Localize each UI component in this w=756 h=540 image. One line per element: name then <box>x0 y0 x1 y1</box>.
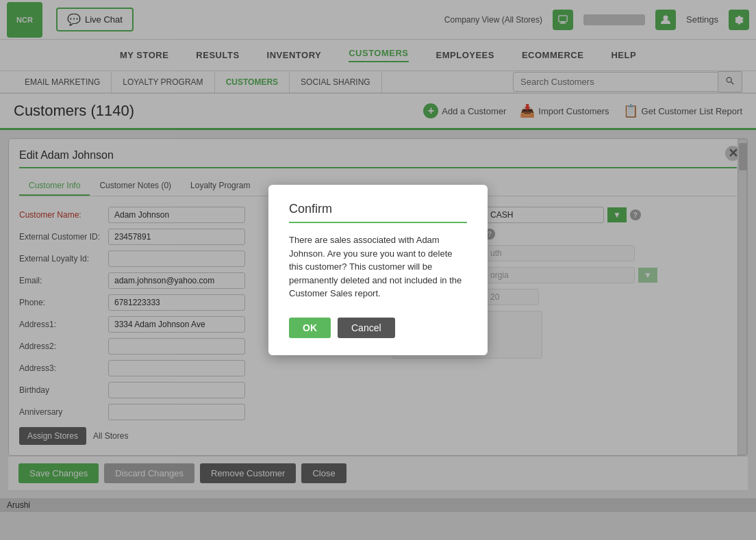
modal-overlay: Confirm There are sales associated with … <box>0 0 756 540</box>
modal-ok-button[interactable]: OK <box>289 318 331 338</box>
confirm-modal: Confirm There are sales associated with … <box>268 185 488 355</box>
modal-buttons: OK Cancel <box>289 318 467 338</box>
modal-cancel-button[interactable]: Cancel <box>338 318 395 338</box>
modal-body: There are sales associated with Adam Joh… <box>289 233 467 300</box>
modal-title: Confirm <box>289 202 467 223</box>
